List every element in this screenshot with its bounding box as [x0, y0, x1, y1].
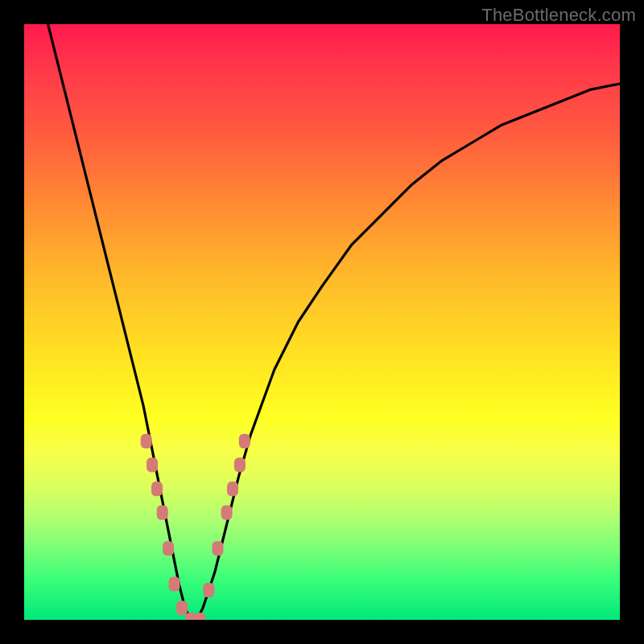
- data-marker: [151, 481, 163, 496]
- data-marker: [194, 613, 205, 620]
- data-marker: [176, 601, 188, 615]
- data-marker: [239, 434, 250, 448]
- data-marker: [163, 541, 174, 555]
- data-marker: [141, 434, 152, 448]
- source-attribution: TheBottleneck.com: [481, 5, 636, 26]
- chart-frame: TheBottleneck.com: [0, 0, 644, 644]
- data-marker: [213, 541, 224, 555]
- data-marker: [169, 577, 180, 592]
- data-marker: [203, 583, 214, 597]
- data-marker: [221, 506, 233, 520]
- data-marker: [227, 481, 238, 496]
- bottleneck-curve: [48, 24, 620, 620]
- data-marker: [234, 458, 246, 473]
- curve-layer: [24, 24, 620, 620]
- plot-area: [24, 24, 620, 620]
- data-marker: [147, 458, 158, 473]
- data-marker: [157, 506, 168, 520]
